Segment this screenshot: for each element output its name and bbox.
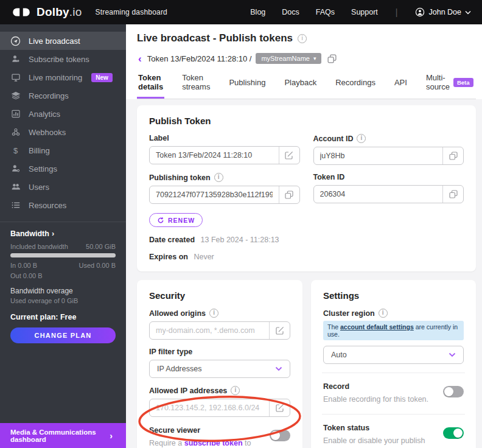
monitor-icon (10, 72, 21, 83)
copy-account-id-button[interactable] (447, 151, 459, 161)
sidebar-item-label: Billing (29, 146, 50, 155)
edit-label-button[interactable] (283, 150, 295, 160)
sidebar-item-subscribe-tokens[interactable]: Subscribe tokens (0, 50, 126, 68)
bandwidth-in: In 0.00 B (10, 262, 37, 269)
sidebar-item-resources[interactable]: Resources (0, 196, 126, 214)
subscribe-token-link[interactable]: subscribe token (184, 439, 243, 447)
copy-icon (284, 190, 294, 200)
renew-button[interactable]: RENEW (149, 213, 203, 227)
change-plan-button[interactable]: CHANGE PLAN (10, 327, 116, 343)
list-icon (10, 200, 21, 211)
record-desc: Enable recording for this token. (323, 394, 437, 405)
stream-name-dropdown[interactable]: myStreamName ▾ (256, 53, 321, 64)
account-id-input[interactable] (314, 147, 443, 164)
edit-origins-button[interactable] (274, 326, 286, 335)
current-plan: Current plan: Free (10, 313, 116, 321)
main-header: Live broadcast - Publish tokens i ‹ Toke… (126, 24, 482, 99)
info-icon[interactable]: i (231, 386, 240, 395)
chevron-right-icon: › (110, 431, 113, 441)
bandwidth-in-used-row: In 0.00 B Used 0.00 B (10, 262, 116, 269)
sidebar-item-label: Analytics (29, 110, 60, 119)
token-status-toggle[interactable] (443, 427, 464, 439)
tab-publishing[interactable]: Publishing (228, 73, 267, 99)
divider (322, 414, 465, 415)
sidebar-item-analytics[interactable]: Analytics (0, 105, 126, 123)
bandwidth-out: Out 0.00 B (10, 272, 43, 279)
overage-title: Bandwidth overage (10, 287, 116, 295)
token-status-row: Token status Enable or disable your publ… (323, 424, 464, 448)
tab-token-streams[interactable]: Token streams (181, 73, 211, 99)
sidebar-item-webhooks[interactable]: Webhooks (0, 123, 126, 141)
ip-filter-field: IP filter type IP Addresses (149, 348, 290, 378)
ip-filter-select[interactable]: IP Addresses (149, 360, 290, 378)
label-input[interactable] (150, 147, 279, 164)
token-id-field: Token ID (313, 173, 464, 204)
cluster-region-select[interactable]: Auto (323, 346, 464, 364)
edit-ip-button[interactable] (274, 403, 286, 413)
token-id-input[interactable] (314, 186, 443, 203)
layers-icon (10, 91, 21, 101)
nav-link-faqs[interactable]: FAQs (316, 8, 335, 16)
chevron-right-icon: › (52, 229, 54, 238)
sidebar-item-label: Recordings (29, 91, 69, 100)
bar-chart-icon (10, 109, 21, 119)
tab-api[interactable]: API (393, 73, 408, 99)
chevron-down-icon (275, 366, 282, 371)
nav-link-docs[interactable]: Docs (282, 8, 299, 16)
sidebar: Live broadcast Subscribe tokens Live mon… (0, 24, 126, 448)
label-field: Label (149, 134, 300, 165)
copy-publishing-token-button[interactable] (283, 190, 295, 200)
security-card: Security Allowed originsi (137, 280, 302, 448)
page-title: Live broadcast - Publish tokens (137, 32, 293, 44)
sidebar-item-billing[interactable]: $ Billing (0, 141, 126, 159)
secure-viewer-toggle[interactable] (270, 430, 290, 441)
publishing-token-input[interactable] (150, 186, 279, 203)
info-icon[interactable]: i (298, 34, 307, 43)
allowed-origins-input[interactable] (150, 322, 269, 339)
dolby-mark-icon (11, 7, 32, 17)
sidebar-item-live-monitoring[interactable]: Live monitoring New (0, 68, 126, 86)
info-icon[interactable]: i (357, 134, 366, 143)
back-chevron-icon[interactable]: ‹ (138, 54, 142, 64)
users-icon (10, 182, 21, 192)
allowed-ip-field: Allowed IP addressesi (149, 386, 290, 417)
tab-multi-source[interactable]: Multi-source Beta (425, 73, 475, 99)
settings-title: Settings (323, 290, 464, 301)
person-gear-icon (10, 164, 21, 174)
nav-link-blog[interactable]: Blog (250, 8, 265, 16)
record-row: Record Enable recording for this token. (323, 382, 464, 405)
sidebar-item-users[interactable]: Users (0, 178, 126, 196)
media-communications-banner[interactable]: Media & Communications dashboard › (0, 423, 126, 448)
settings-card: Settings Cluster regioni The account def… (311, 280, 476, 448)
bandwidth-progress-bar (10, 253, 116, 257)
sidebar-item-live-broadcast[interactable]: Live broadcast (0, 32, 126, 50)
tab-recordings[interactable]: Recordings (334, 73, 377, 99)
info-icon[interactable]: i (214, 173, 223, 182)
info-icon[interactable]: i (379, 309, 388, 318)
sidebar-item-label: Live monitoring (29, 73, 82, 82)
app-title: Streaming dashboard (95, 8, 167, 16)
dolby-logo[interactable]: Dolby.io (11, 5, 82, 19)
date-created-row: Date created 13 Feb 2024 - 11:28:13 (149, 236, 464, 244)
included-bandwidth-value: 50.00 GiB (86, 243, 116, 250)
bandwidth-out-row: Out 0.00 B (10, 272, 116, 279)
sidebar-item-recordings[interactable]: Recordings (0, 86, 126, 105)
account-default-settings-link[interactable]: account default settings (340, 323, 414, 331)
nav-link-support[interactable]: Support (351, 8, 378, 16)
bandwidth-overage: Bandwidth overage Used overage of 0 GiB (10, 287, 116, 304)
tab-playback[interactable]: Playback (283, 73, 318, 99)
sidebar-item-label: Live broadcast (29, 37, 80, 46)
sidebar-item-settings[interactable]: Settings (0, 159, 126, 178)
copy-token-id-button[interactable] (447, 189, 459, 199)
copy-stream-name-button[interactable] (326, 54, 338, 64)
allowed-ip-input[interactable] (150, 399, 269, 416)
record-toggle[interactable] (443, 386, 464, 397)
main-content: Live broadcast - Publish tokens i ‹ Toke… (126, 24, 482, 448)
info-icon[interactable]: i (209, 309, 218, 318)
chevron-down-icon (449, 352, 456, 357)
tab-token-details[interactable]: Token details (137, 73, 164, 99)
bandwidth-header[interactable]: Bandwidth› (10, 229, 116, 238)
publish-token-card: Publish Token Label A (137, 105, 476, 271)
user-menu[interactable]: John Doe (415, 7, 471, 17)
caret-down-icon: ▾ (313, 55, 316, 61)
